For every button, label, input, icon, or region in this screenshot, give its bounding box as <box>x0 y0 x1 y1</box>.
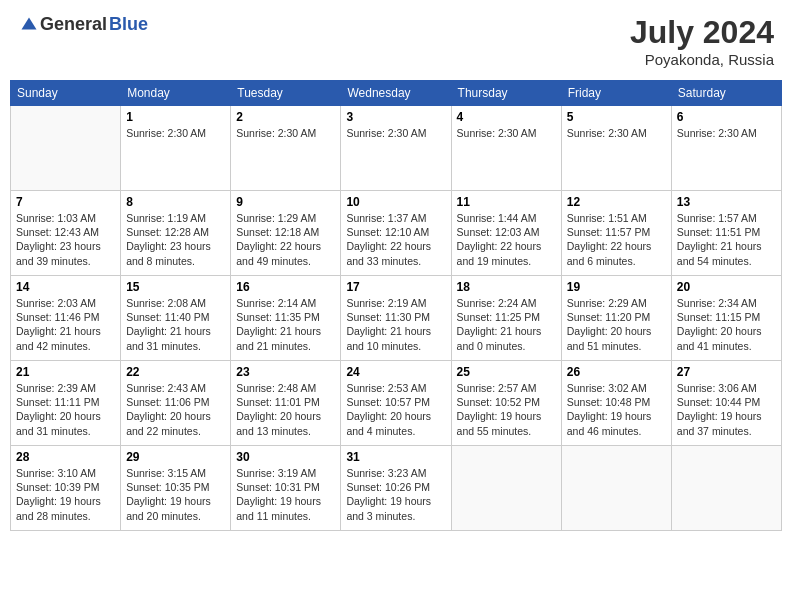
day-info: Sunrise: 2:30 AM <box>126 126 225 140</box>
week-row-0: 1Sunrise: 2:30 AM2Sunrise: 2:30 AM3Sunri… <box>11 106 782 191</box>
svg-marker-0 <box>22 17 37 29</box>
day-number: 14 <box>16 280 115 294</box>
day-number: 31 <box>346 450 445 464</box>
day-info: Sunrise: 1:03 AMSunset: 12:43 AMDaylight… <box>16 211 115 268</box>
page-header: GeneralBlue July 2024 Poyakonda, Russia <box>10 10 782 72</box>
header-saturday: Saturday <box>671 81 781 106</box>
day-info: Sunrise: 1:37 AMSunset: 12:10 AMDaylight… <box>346 211 445 268</box>
week-row-4: 28Sunrise: 3:10 AMSunset: 10:39 PMDaylig… <box>11 446 782 531</box>
day-number: 10 <box>346 195 445 209</box>
day-cell: 6Sunrise: 2:30 AM <box>671 106 781 191</box>
day-number: 23 <box>236 365 335 379</box>
day-cell: 18Sunrise: 2:24 AMSunset: 11:25 PMDaylig… <box>451 276 561 361</box>
title-block: July 2024 Poyakonda, Russia <box>630 14 774 68</box>
day-cell: 25Sunrise: 2:57 AMSunset: 10:52 PMDaylig… <box>451 361 561 446</box>
day-info: Sunrise: 3:10 AMSunset: 10:39 PMDaylight… <box>16 466 115 523</box>
day-cell: 29Sunrise: 3:15 AMSunset: 10:35 PMDaylig… <box>121 446 231 531</box>
day-number: 8 <box>126 195 225 209</box>
day-cell <box>451 446 561 531</box>
day-cell: 2Sunrise: 2:30 AM <box>231 106 341 191</box>
day-info: Sunrise: 2:30 AM <box>677 126 776 140</box>
day-number: 15 <box>126 280 225 294</box>
day-number: 21 <box>16 365 115 379</box>
day-number: 9 <box>236 195 335 209</box>
day-info: Sunrise: 2:08 AMSunset: 11:40 PMDaylight… <box>126 296 225 353</box>
day-info: Sunrise: 2:48 AMSunset: 11:01 PMDaylight… <box>236 381 335 438</box>
day-number: 6 <box>677 110 776 124</box>
day-number: 30 <box>236 450 335 464</box>
header-wednesday: Wednesday <box>341 81 451 106</box>
logo: GeneralBlue <box>18 14 148 35</box>
calendar-table: Sunday Monday Tuesday Wednesday Thursday… <box>10 80 782 531</box>
day-number: 3 <box>346 110 445 124</box>
logo-general: General <box>40 14 107 35</box>
day-number: 20 <box>677 280 776 294</box>
day-info: Sunrise: 3:02 AMSunset: 10:48 PMDaylight… <box>567 381 666 438</box>
day-info: Sunrise: 3:06 AMSunset: 10:44 PMDaylight… <box>677 381 776 438</box>
day-number: 13 <box>677 195 776 209</box>
day-info: Sunrise: 2:43 AMSunset: 11:06 PMDaylight… <box>126 381 225 438</box>
day-info: Sunrise: 3:23 AMSunset: 10:26 PMDaylight… <box>346 466 445 523</box>
day-info: Sunrise: 2:29 AMSunset: 11:20 PMDaylight… <box>567 296 666 353</box>
header-friday: Friday <box>561 81 671 106</box>
day-cell <box>671 446 781 531</box>
day-info: Sunrise: 2:03 AMSunset: 11:46 PMDaylight… <box>16 296 115 353</box>
day-info: Sunrise: 2:14 AMSunset: 11:35 PMDaylight… <box>236 296 335 353</box>
day-info: Sunrise: 2:53 AMSunset: 10:57 PMDaylight… <box>346 381 445 438</box>
day-cell: 8Sunrise: 1:19 AMSunset: 12:28 AMDayligh… <box>121 191 231 276</box>
day-number: 28 <box>16 450 115 464</box>
weekday-header-row: Sunday Monday Tuesday Wednesday Thursday… <box>11 81 782 106</box>
day-cell: 15Sunrise: 2:08 AMSunset: 11:40 PMDaylig… <box>121 276 231 361</box>
day-number: 17 <box>346 280 445 294</box>
day-info: Sunrise: 2:39 AMSunset: 11:11 PMDaylight… <box>16 381 115 438</box>
day-info: Sunrise: 2:30 AM <box>236 126 335 140</box>
month-year: July 2024 <box>630 14 774 51</box>
day-number: 27 <box>677 365 776 379</box>
logo-blue: Blue <box>109 14 148 35</box>
header-thursday: Thursday <box>451 81 561 106</box>
day-cell: 9Sunrise: 1:29 AMSunset: 12:18 AMDayligh… <box>231 191 341 276</box>
day-cell: 31Sunrise: 3:23 AMSunset: 10:26 PMDaylig… <box>341 446 451 531</box>
week-row-3: 21Sunrise: 2:39 AMSunset: 11:11 PMDaylig… <box>11 361 782 446</box>
location: Poyakonda, Russia <box>630 51 774 68</box>
day-info: Sunrise: 2:24 AMSunset: 11:25 PMDaylight… <box>457 296 556 353</box>
day-info: Sunrise: 1:57 AMSunset: 11:51 PMDaylight… <box>677 211 776 268</box>
day-number: 24 <box>346 365 445 379</box>
day-info: Sunrise: 2:30 AM <box>346 126 445 140</box>
day-info: Sunrise: 2:57 AMSunset: 10:52 PMDaylight… <box>457 381 556 438</box>
day-cell: 7Sunrise: 1:03 AMSunset: 12:43 AMDayligh… <box>11 191 121 276</box>
day-info: Sunrise: 3:19 AMSunset: 10:31 PMDaylight… <box>236 466 335 523</box>
day-number: 19 <box>567 280 666 294</box>
day-info: Sunrise: 2:30 AM <box>567 126 666 140</box>
day-cell: 28Sunrise: 3:10 AMSunset: 10:39 PMDaylig… <box>11 446 121 531</box>
day-number: 4 <box>457 110 556 124</box>
day-cell: 13Sunrise: 1:57 AMSunset: 11:51 PMDaylig… <box>671 191 781 276</box>
day-cell: 10Sunrise: 1:37 AMSunset: 12:10 AMDaylig… <box>341 191 451 276</box>
day-info: Sunrise: 1:29 AMSunset: 12:18 AMDaylight… <box>236 211 335 268</box>
day-info: Sunrise: 1:51 AMSunset: 11:57 PMDaylight… <box>567 211 666 268</box>
day-number: 26 <box>567 365 666 379</box>
day-cell <box>11 106 121 191</box>
day-cell: 22Sunrise: 2:43 AMSunset: 11:06 PMDaylig… <box>121 361 231 446</box>
day-info: Sunrise: 1:44 AMSunset: 12:03 AMDaylight… <box>457 211 556 268</box>
day-info: Sunrise: 2:30 AM <box>457 126 556 140</box>
header-tuesday: Tuesday <box>231 81 341 106</box>
day-number: 25 <box>457 365 556 379</box>
day-number: 18 <box>457 280 556 294</box>
day-cell: 19Sunrise: 2:29 AMSunset: 11:20 PMDaylig… <box>561 276 671 361</box>
day-cell: 14Sunrise: 2:03 AMSunset: 11:46 PMDaylig… <box>11 276 121 361</box>
day-number: 5 <box>567 110 666 124</box>
day-cell: 16Sunrise: 2:14 AMSunset: 11:35 PMDaylig… <box>231 276 341 361</box>
day-cell: 3Sunrise: 2:30 AM <box>341 106 451 191</box>
day-info: Sunrise: 2:19 AMSunset: 11:30 PMDaylight… <box>346 296 445 353</box>
day-cell: 21Sunrise: 2:39 AMSunset: 11:11 PMDaylig… <box>11 361 121 446</box>
day-info: Sunrise: 2:34 AMSunset: 11:15 PMDaylight… <box>677 296 776 353</box>
header-sunday: Sunday <box>11 81 121 106</box>
day-cell: 30Sunrise: 3:19 AMSunset: 10:31 PMDaylig… <box>231 446 341 531</box>
day-cell: 20Sunrise: 2:34 AMSunset: 11:15 PMDaylig… <box>671 276 781 361</box>
day-number: 29 <box>126 450 225 464</box>
day-info: Sunrise: 3:15 AMSunset: 10:35 PMDaylight… <box>126 466 225 523</box>
day-number: 2 <box>236 110 335 124</box>
logo-icon <box>20 16 38 34</box>
day-number: 7 <box>16 195 115 209</box>
